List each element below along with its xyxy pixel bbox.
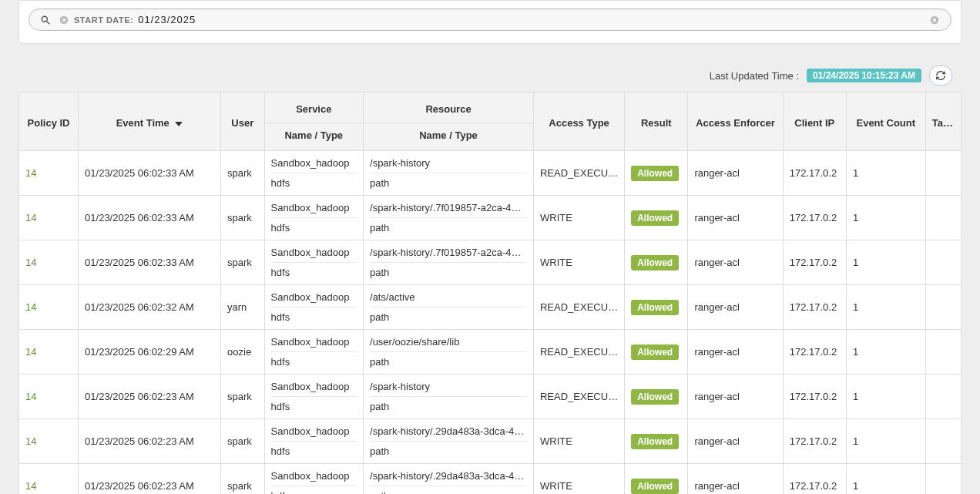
cell-tags	[925, 330, 961, 375]
cell-event-time: 01/23/2025 06:02:33 AM	[79, 151, 221, 196]
resource-name: /spark-history/.7f019857-a2ca-4…	[370, 247, 527, 258]
result-badge: Allowed	[631, 434, 679, 449]
policy-link[interactable]: 14	[25, 257, 36, 268]
search-input[interactable]: START DATE: 01/23/2025	[29, 8, 951, 31]
cell-user: oozie	[221, 330, 265, 375]
cell-event-count: 1	[846, 419, 925, 464]
cell-result: Allowed	[625, 196, 688, 240]
cell-event-count: 1	[846, 196, 925, 240]
service-type: hdfs	[271, 441, 357, 457]
policy-link[interactable]: 14	[25, 391, 36, 402]
service-name: Sandbox_hadoop	[271, 381, 357, 392]
cell-policy-id: 14	[19, 151, 79, 196]
cell-event-count: 1	[846, 375, 925, 419]
cell-tags	[925, 240, 961, 285]
resource-type: path	[370, 307, 527, 323]
audit-log-table: Policy ID Event Time User Service Resour…	[18, 92, 962, 494]
cell-policy-id: 14	[19, 330, 79, 375]
cell-policy-id: 14	[19, 240, 79, 285]
table-row[interactable]: 1401/23/2025 06:02:33 AMsparkSandbox_had…	[19, 240, 962, 285]
table-row[interactable]: 1401/23/2025 06:02:23 AMsparkSandbox_had…	[19, 419, 962, 464]
col-access-type[interactable]: Access Type	[533, 92, 624, 151]
cell-client-ip: 172.17.0.2	[783, 419, 846, 464]
cell-access-type: READ_EXECUTE	[533, 375, 624, 419]
col-resource-group: Resource	[364, 92, 534, 123]
policy-link[interactable]: 14	[25, 435, 36, 447]
cell-result: Allowed	[625, 240, 688, 285]
cell-service: Sandbox_hadoophdfs	[264, 330, 363, 375]
cell-service: Sandbox_hadoophdfs	[264, 375, 363, 419]
cell-resource: /spark-history/.7f019857-a2ca-4…path	[364, 196, 534, 240]
remove-chip-icon[interactable]	[59, 15, 69, 25]
resource-name: /spark-history/.7f019857-a2ca-4…	[370, 202, 527, 213]
cell-access-type: READ_EXECUTE	[533, 285, 624, 330]
cell-client-ip: 172.17.0.2	[783, 464, 846, 495]
cell-tags	[925, 464, 961, 495]
clear-search-icon[interactable]	[929, 15, 940, 25]
col-tags[interactable]: Tags	[925, 92, 961, 151]
cell-user: spark	[221, 151, 265, 196]
resource-name: /user/oozie/share/lib	[370, 336, 527, 348]
cell-event-time: 01/23/2025 06:02:23 AM	[79, 419, 221, 464]
refresh-button[interactable]	[929, 66, 952, 86]
col-event-time[interactable]: Event Time	[79, 92, 221, 151]
table-row[interactable]: 1401/23/2025 06:02:32 AMyarnSandbox_hado…	[19, 285, 962, 330]
cell-service: Sandbox_hadoophdfs	[264, 285, 363, 330]
col-service-group: Service	[264, 92, 363, 123]
cell-result: Allowed	[625, 151, 688, 196]
result-badge: Allowed	[631, 389, 679, 405]
cell-result: Allowed	[625, 285, 688, 330]
resource-type: path	[370, 486, 527, 494]
service-type: hdfs	[271, 486, 357, 494]
result-badge: Allowed	[631, 166, 679, 181]
table-row[interactable]: 1401/23/2025 06:02:23 AMsparkSandbox_had…	[19, 375, 962, 419]
cell-policy-id: 14	[19, 464, 79, 495]
cell-policy-id: 14	[19, 196, 79, 240]
resource-name: /spark-history/.29da483a-3dca-4…	[370, 470, 527, 482]
col-access-enforcer[interactable]: Access Enforcer	[688, 92, 783, 151]
policy-link[interactable]: 14	[25, 480, 36, 492]
cell-policy-id: 14	[19, 419, 79, 464]
cell-tags	[925, 419, 961, 464]
svg-point-0	[42, 16, 47, 22]
cell-service: Sandbox_hadoophdfs	[264, 464, 363, 495]
policy-link[interactable]: 14	[25, 346, 36, 358]
policy-link[interactable]: 14	[25, 212, 36, 223]
cell-event-time: 01/23/2025 06:02:32 AM	[79, 285, 221, 330]
col-event-count[interactable]: Event Count	[846, 92, 925, 151]
policy-link[interactable]: 14	[25, 167, 36, 179]
cell-access-type: READ_EXECUTE	[533, 151, 624, 196]
table-row[interactable]: 1401/23/2025 06:02:33 AMsparkSandbox_had…	[19, 151, 962, 196]
policy-link[interactable]: 14	[25, 301, 36, 313]
cell-resource: /spark-history/.29da483a-3dca-4…path	[364, 464, 534, 495]
cell-resource: /spark-history/.7f019857-a2ca-4…path	[364, 240, 534, 285]
cell-enforcer: ranger-acl	[688, 419, 783, 464]
cell-user: spark	[221, 375, 265, 419]
col-policy-id[interactable]: Policy ID	[19, 92, 79, 151]
col-result[interactable]: Result	[625, 92, 688, 151]
cell-enforcer: ranger-acl	[688, 285, 783, 330]
filter-chip-start-date[interactable]: START DATE: 01/23/2025	[59, 14, 196, 25]
cell-resource: /ats/activepath	[364, 285, 534, 330]
table-row[interactable]: 1401/23/2025 06:02:23 AMsparkSandbox_had…	[19, 464, 962, 495]
cell-access-type: WRITE	[533, 240, 624, 285]
cell-policy-id: 14	[19, 375, 79, 419]
resource-type: path	[370, 396, 527, 412]
table-row[interactable]: 1401/23/2025 06:02:29 AMoozieSandbox_had…	[19, 330, 962, 375]
cell-event-time: 01/23/2025 06:02:33 AM	[79, 196, 221, 240]
cell-resource: /spark-history/.29da483a-3dca-4…path	[364, 419, 534, 464]
result-badge: Allowed	[631, 255, 679, 271]
cell-event-count: 1	[846, 240, 925, 285]
service-name: Sandbox_hadoop	[271, 470, 357, 482]
col-client-ip[interactable]: Client IP	[783, 92, 846, 151]
cell-user: spark	[221, 464, 265, 495]
col-user[interactable]: User	[221, 92, 265, 151]
cell-access-type: WRITE	[533, 196, 624, 240]
table-row[interactable]: 1401/23/2025 06:02:33 AMsparkSandbox_had…	[19, 196, 962, 240]
cell-client-ip: 172.17.0.2	[783, 375, 846, 419]
col-service-name-type[interactable]: Name / Type	[264, 123, 363, 151]
resource-type: path	[370, 351, 527, 368]
cell-policy-id: 14	[19, 285, 79, 330]
col-resource-name-type[interactable]: Name / Type	[364, 123, 534, 151]
service-name: Sandbox_hadoop	[271, 336, 357, 348]
